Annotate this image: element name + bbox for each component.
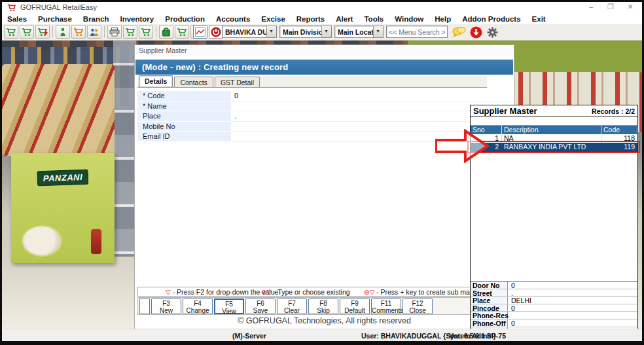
save-button[interactable]: F6Save [245, 299, 276, 314]
column-header-code[interactable]: Code [601, 126, 637, 134]
fkey-label: F12 [403, 300, 432, 307]
power-exit-button[interactable] [209, 25, 223, 39]
status-bar: (M)-Server User: BHAVIKADUGGAL {System A… [2, 329, 642, 341]
print-icon[interactable] [107, 25, 122, 39]
menu-item-branch[interactable]: Branch [83, 15, 109, 23]
reports-chart-button[interactable] [193, 25, 207, 39]
cart-list-icon[interactable] [139, 25, 153, 39]
menu-bar: SalesPurchaseBranchInventoryProductionAc… [2, 14, 642, 24]
chat-icon[interactable] [451, 25, 467, 39]
dropdown-arrow-icon[interactable] [373, 26, 383, 37]
menu-item-addon-products[interactable]: Addon Products [462, 15, 520, 23]
detail-row: Pincode0 [471, 304, 637, 312]
tab-strip: DetailsContactsGST Detail [137, 76, 487, 88]
menu-item-production[interactable]: Production [165, 15, 205, 23]
supplier-row[interactable]: 2RANBAXY INDIA PVT LTD119 [471, 143, 637, 152]
gear-icon[interactable] [484, 25, 500, 39]
download-icon[interactable] [468, 25, 484, 39]
delivery-cart-icon[interactable] [71, 25, 86, 39]
minimize-button[interactable]: – [582, 3, 600, 13]
fkey-action: Skip [309, 307, 338, 314]
blank-button[interactable] [139, 299, 150, 314]
stock-bag-icon[interactable] [159, 25, 173, 39]
cell-description: RANBAXY INDIA PVT LTD [502, 143, 601, 152]
supplier-row[interactable]: 1NA118 [471, 134, 637, 143]
skip-button[interactable]: F8Skip [308, 299, 338, 314]
order-cart-icon[interactable] [175, 25, 189, 39]
field-label: * Code [137, 91, 231, 101]
supplier-master-dialog: Supplier Master (Mode - new) : Creating … [134, 45, 514, 330]
pasta-stack [2, 64, 115, 156]
clear-button[interactable]: F7Clear [277, 299, 307, 314]
close-button[interactable]: F12Close [402, 299, 433, 314]
user-dropdown[interactable]: BHAVIKA DUGGAL [222, 26, 277, 38]
cell-description: NA [502, 134, 601, 143]
tab-gst-detail[interactable]: GST Detail [215, 77, 260, 87]
fkey-action: Comments [372, 307, 401, 314]
tab-details[interactable]: Details [139, 75, 173, 87]
view-button[interactable]: F5View [214, 299, 244, 314]
copyright-footer: © GOFRUGAL Technologies, All rights rese… [135, 316, 514, 325]
sauce-bottle-graphic [91, 229, 101, 254]
fkey-action: Clear [277, 307, 306, 314]
function-key-bar: F3NewF4ChangeF5ViewF6SaveF7ClearF8SkipF9… [137, 297, 512, 315]
hint-legend: ⊘▽- Type or choose existing [261, 288, 350, 296]
menu-item-help[interactable]: Help [435, 15, 451, 23]
detail-row: Street. [471, 289, 637, 297]
server-status: (M)-Server [232, 332, 266, 340]
hint-glyph-icon: ⊖▽ [364, 289, 374, 296]
lookup-filter-row[interactable] [471, 117, 637, 126]
app-version: Ver: 6.5.9.1 SP-75 [449, 332, 506, 340]
dropdown-arrow-icon[interactable] [321, 26, 331, 37]
tab-contacts[interactable]: Contacts [174, 77, 213, 87]
menu-search-input[interactable] [386, 26, 448, 38]
close-button[interactable]: ✕ [621, 3, 639, 13]
division-dropdown[interactable]: Main Division [279, 26, 332, 38]
new-button[interactable]: F3New [151, 299, 181, 314]
fkey-label: F7 [277, 300, 306, 307]
field-value-input[interactable]: 0 [231, 91, 510, 101]
default-button[interactable]: F9Default [340, 299, 370, 314]
menu-item-inventory[interactable]: Inventory [120, 15, 154, 23]
menu-item-exit[interactable]: Exit [532, 15, 546, 23]
menu-item-tools[interactable]: Tools [364, 15, 384, 23]
menu-item-excise[interactable]: Excise [261, 15, 285, 23]
purchase-cart-icon[interactable] [20, 25, 34, 39]
menu-item-sales[interactable]: Sales [7, 15, 27, 23]
toolbar-separator [52, 26, 53, 38]
fkey-label: F9 [340, 300, 369, 307]
person-transfer-icon[interactable] [56, 25, 70, 39]
detail-label: Door No [471, 281, 508, 289]
window-title: GOFRUGAL RetailEasy [20, 3, 97, 11]
dropdown-arrow-icon[interactable] [266, 26, 276, 37]
return-cart-icon[interactable] [35, 25, 50, 39]
detail-value: DELHI [508, 297, 637, 304]
detail-value: . [508, 289, 637, 297]
menu-item-purchase[interactable]: Purchase [38, 15, 72, 23]
form-row: * Name [137, 101, 510, 112]
field-value-input[interactable] [231, 101, 510, 112]
sales-cart-icon[interactable] [4, 25, 18, 39]
records-count: Records : 2/2 [592, 107, 635, 115]
menu-item-accounts[interactable]: Accounts [216, 15, 250, 23]
maximize-button[interactable]: ❐ [601, 3, 620, 13]
title-bar: GOFRUGAL RetailEasy – ❐ ✕ [2, 2, 642, 14]
customers-icon[interactable] [87, 25, 101, 39]
menu-item-window[interactable]: Window [395, 15, 423, 23]
change-button[interactable]: F4Change [183, 299, 213, 314]
detail-row: Door No0 [471, 281, 637, 289]
detail-label: Street [471, 289, 508, 297]
field-value-input[interactable]: . [231, 111, 510, 122]
comments-button[interactable]: F11Comments [371, 299, 401, 314]
detail-value [508, 312, 637, 319]
cart-entry-icon[interactable] [123, 25, 137, 39]
form-row: * Code0 [137, 91, 510, 101]
supplier-lookup-panel: Supplier Master Records : 2/2 SnoDescrip… [470, 105, 638, 341]
menu-item-reports[interactable]: Reports [296, 15, 325, 23]
hint-glyph-icon: ▽ [166, 289, 171, 296]
menu-item-alert[interactable]: Alert [336, 15, 353, 23]
column-header-description[interactable]: Description [502, 126, 601, 134]
detail-value: 0 [508, 304, 637, 312]
location-dropdown[interactable]: Main Location [334, 26, 384, 38]
detail-label: Phone-Off [471, 319, 508, 327]
